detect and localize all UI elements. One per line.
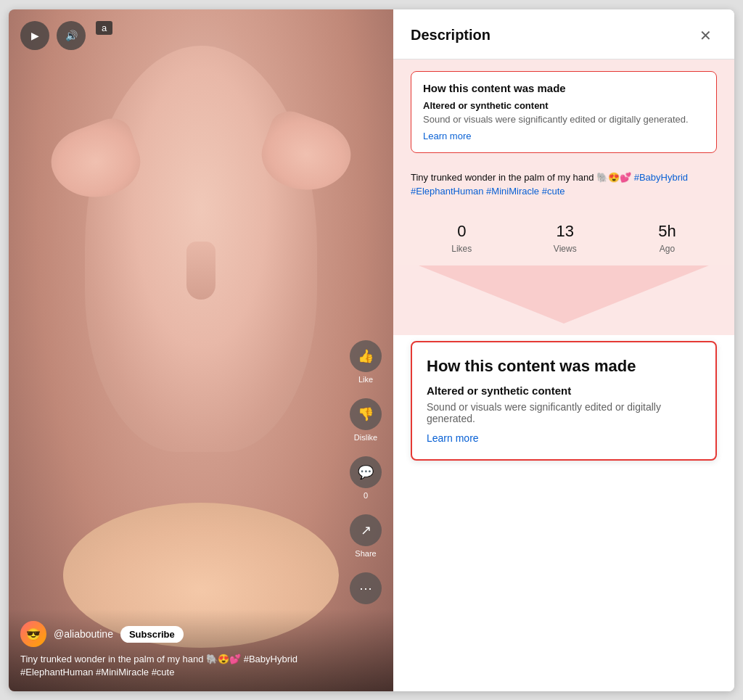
ai-warning-box-small: How this content was made Altered or syn… bbox=[411, 71, 717, 153]
description-panel: Description ✕ How this content was made … bbox=[393, 9, 734, 691]
channel-row: 😎 @aliaboutine Subscribe bbox=[20, 621, 382, 647]
sound-button[interactable]: 🔊 bbox=[57, 21, 86, 50]
ai-warning-title-small: How this content was made bbox=[423, 82, 705, 94]
video-controls: ▶ 🔊 bbox=[20, 21, 86, 50]
video-background bbox=[9, 9, 393, 691]
stat-likes: 0 Likes bbox=[451, 222, 472, 254]
action-buttons: 👍 Like 👎 Dislike 💬 0 ↗ Share ⋯ bbox=[350, 340, 382, 604]
hashtag-babyhybrid: #BabyHybrid bbox=[634, 172, 688, 183]
avatar: 😎 bbox=[20, 621, 46, 647]
learn-more-link-small[interactable]: Learn more bbox=[423, 131, 471, 141]
dislike-label: Dislike bbox=[354, 433, 377, 442]
stat-ago: 5h Ago bbox=[658, 222, 676, 254]
ai-warning-box-large: How this content was made Altered or syn… bbox=[411, 341, 717, 461]
stat-ago-label: Ago bbox=[660, 244, 675, 254]
ai-warning-title-large: How this content was made bbox=[427, 357, 701, 376]
stat-ago-value: 5h bbox=[658, 222, 676, 241]
close-button[interactable]: ✕ bbox=[694, 24, 717, 47]
hashtag-minimiracle: #MiniMiracle bbox=[486, 186, 539, 197]
panel-title: Description bbox=[411, 27, 490, 44]
like-icon: 👍 bbox=[350, 340, 382, 372]
more-icon: ⋯ bbox=[350, 572, 382, 604]
ai-warning-desc-small: Sound or visuals were significantly edit… bbox=[423, 114, 705, 125]
share-icon: ↗ bbox=[350, 514, 382, 546]
dislike-action[interactable]: 👎 Dislike bbox=[350, 398, 382, 442]
hashtag-cute: #cute bbox=[542, 186, 565, 197]
sound-icon: 🔊 bbox=[65, 30, 78, 41]
play-button[interactable]: ▶ bbox=[20, 21, 49, 50]
like-action[interactable]: 👍 Like bbox=[350, 340, 382, 384]
share-action[interactable]: ↗ Share bbox=[350, 514, 382, 558]
stat-views: 13 Views bbox=[554, 222, 577, 254]
trunk bbox=[186, 242, 215, 300]
stat-likes-value: 0 bbox=[457, 222, 466, 241]
comment-icon: 💬 bbox=[350, 456, 382, 488]
stat-views-label: Views bbox=[554, 244, 577, 254]
more-action[interactable]: ⋯ bbox=[350, 572, 382, 604]
video-description-text: Tiny trunked wonder in the palm of my ha… bbox=[393, 165, 734, 210]
video-caption: Tiny trunked wonder in the palm of my ha… bbox=[20, 653, 382, 679]
ai-warning-subtitle-large: Altered or synthetic content bbox=[427, 384, 701, 397]
play-icon: ▶ bbox=[31, 30, 39, 41]
share-label: Share bbox=[355, 549, 376, 558]
stat-likes-label: Likes bbox=[451, 244, 472, 254]
like-label: Like bbox=[358, 375, 373, 384]
video-side: ▶ 🔊 a 👍 Like 👎 Dislike 💬 0 bbox=[9, 9, 393, 691]
a-badge: a bbox=[96, 21, 112, 35]
panel-content: How this content was made Altered or syn… bbox=[393, 59, 734, 691]
ai-warning-desc-large: Sound or visuals were significantly edit… bbox=[427, 401, 701, 424]
stat-views-value: 13 bbox=[557, 222, 574, 241]
panel-header: Description ✕ bbox=[393, 9, 734, 59]
video-bottom: 😎 @aliaboutine Subscribe Tiny trunked wo… bbox=[9, 609, 393, 691]
comment-count: 0 bbox=[364, 491, 368, 500]
dislike-icon: 👎 bbox=[350, 398, 382, 430]
stats-row: 0 Likes 13 Views 5h Ago bbox=[393, 210, 734, 265]
hashtag-elephanthuman: #ElephantHuman bbox=[411, 186, 483, 197]
subscribe-button[interactable]: Subscribe bbox=[120, 626, 184, 643]
ai-warning-subtitle-small: Altered or synthetic content bbox=[423, 100, 705, 111]
channel-name: @aliaboutine bbox=[54, 628, 113, 640]
main-container: ▶ 🔊 a 👍 Like 👎 Dislike 💬 0 bbox=[9, 9, 734, 691]
learn-more-link-large[interactable]: Learn more bbox=[427, 432, 479, 444]
comment-action[interactable]: 💬 0 bbox=[350, 456, 382, 500]
